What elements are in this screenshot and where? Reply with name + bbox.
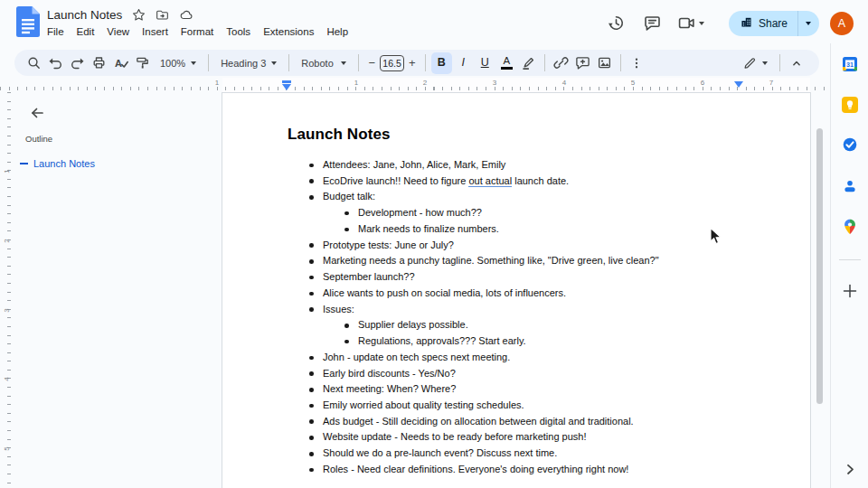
share-options-caret[interactable]	[798, 11, 819, 36]
toolbar-divider	[425, 54, 426, 71]
share-lock-icon	[741, 15, 752, 32]
menu-tools[interactable]: Tools	[220, 24, 257, 39]
insert-image-icon[interactable]	[594, 52, 615, 74]
menu-edit[interactable]: Edit	[71, 24, 101, 39]
side-panel: 31	[830, 43, 868, 488]
paragraph-style-value: Heading 3	[221, 58, 266, 69]
comments-icon[interactable]	[644, 14, 661, 32]
ruler-number: 1	[354, 79, 358, 87]
menu-extensions[interactable]: Extensions	[257, 24, 320, 39]
google-calendar-icon[interactable]: 31	[842, 56, 858, 72]
document-title[interactable]: Launch Notes	[47, 8, 122, 22]
menu-insert[interactable]: Insert	[136, 24, 175, 39]
bold-button[interactable]: B	[431, 52, 452, 74]
paragraph-style-select[interactable]: Heading 3	[214, 52, 283, 74]
star-icon[interactable]	[132, 8, 146, 22]
menu-view[interactable]: View	[100, 24, 136, 39]
svg-text:A: A	[115, 58, 122, 69]
cloud-saved-icon[interactable]	[179, 8, 193, 22]
get-add-ons-plus-icon[interactable]	[842, 283, 858, 299]
google-docs-logo-icon[interactable]	[16, 6, 40, 41]
vertical-scrollbar-thumb[interactable]	[816, 128, 823, 404]
share-button[interactable]: Share	[729, 11, 819, 36]
font-family-select[interactable]: Roboto	[295, 52, 353, 74]
document-page[interactable]: Launch Notes Attendees: Jane, John, Alic…	[222, 92, 811, 488]
meet-options-caret-icon[interactable]	[699, 22, 704, 25]
bullet-item[interactable]: Should we do a pre-launch event? Discuss…	[222, 446, 810, 462]
ruler-number: 2	[423, 79, 427, 87]
text-color-label: A	[503, 56, 510, 67]
google-tasks-icon[interactable]	[842, 136, 858, 153]
back-arrow-icon	[29, 105, 45, 121]
menu-file[interactable]: File	[41, 24, 71, 39]
insert-link-icon[interactable]	[551, 52, 571, 74]
bullet-item[interactable]: Prototype tests: June or July?	[222, 238, 810, 254]
google-keep-icon[interactable]	[842, 97, 858, 113]
zoom-value: 100%	[160, 58, 185, 69]
bullet-item[interactable]: Attendees: Jane, John, Alice, Mark, Emil…	[222, 157, 810, 174]
bullet-item[interactable]: Next meeting: When? Where?	[222, 381, 810, 398]
print-icon[interactable]	[89, 52, 109, 74]
more-toolbar-options-icon[interactable]	[627, 52, 647, 74]
bullet-item[interactable]: September launch??	[222, 269, 810, 286]
bullet-item[interactable]: Emily worried about quality testing sche…	[222, 398, 810, 414]
collapse-toolbar-icon[interactable]	[786, 52, 807, 74]
bullet-item[interactable]: Roles - Need clear definitions. Everyone…	[222, 462, 810, 478]
left-indent-marker[interactable]	[282, 80, 291, 90]
editing-mode-select[interactable]	[736, 52, 774, 74]
font-size-input[interactable]: 16.5	[380, 55, 403, 71]
outline-item[interactable]: Launch Notes	[20, 158, 95, 169]
bullet-item[interactable]: John - update on tech specs next meeting…	[222, 350, 810, 366]
increase-font-size-button[interactable]: +	[405, 56, 420, 70]
meet-video-icon[interactable]	[678, 15, 704, 31]
bullet-item[interactable]: Early bird discounts - Yes/No?	[222, 366, 810, 382]
move-folder-icon[interactable]	[156, 8, 169, 22]
zoom-select[interactable]: 100%	[154, 52, 203, 74]
bullet-list: Attendees: Jane, John, Alice, Mark, Emil…	[222, 157, 810, 478]
text-color-button[interactable]: A	[496, 52, 517, 74]
bullet-item[interactable]: Development - how much??	[222, 205, 810, 221]
highlight-color-icon[interactable]	[518, 52, 539, 74]
toolbar-divider	[544, 54, 545, 71]
google-maps-icon[interactable]	[842, 219, 858, 235]
menu-format[interactable]: Format	[175, 24, 220, 39]
bullet-item[interactable]: Mark needs to finalize numbers.	[222, 221, 810, 238]
underline-label: U	[481, 57, 489, 69]
outline-active-dash	[20, 163, 28, 164]
editing-mode-pencil-icon	[742, 56, 757, 70]
redo-icon[interactable]	[67, 52, 88, 74]
bullet-item[interactable]: Budget talk:	[222, 189, 810, 205]
bullet-item[interactable]: Alice wants to push on social media, lot…	[222, 286, 810, 302]
bullet-item[interactable]: EcoDrive launch!! Need to figure out act…	[222, 174, 810, 190]
menu-help[interactable]: Help	[320, 24, 354, 39]
ruler-number: 4	[562, 79, 566, 87]
account-avatar[interactable]: A	[830, 12, 854, 35]
ruler-ticks	[0, 87, 828, 90]
share-button-main[interactable]: Share	[729, 11, 798, 36]
italic-label: I	[461, 57, 464, 69]
paint-format-icon[interactable]	[132, 52, 153, 74]
show-side-panel-chevron-icon[interactable]	[842, 461, 858, 477]
undo-icon[interactable]	[45, 52, 66, 74]
bullet-item[interactable]: Issues:	[222, 302, 810, 318]
decrease-font-size-button[interactable]: −	[364, 56, 379, 70]
spellcheck-icon[interactable]: A	[110, 52, 131, 74]
bullet-item[interactable]: Ads budget - Still deciding on allocatio…	[222, 414, 810, 430]
outline-panel-title: Outline	[25, 134, 52, 144]
grammar-suggestion-text[interactable]: out actual	[468, 175, 512, 187]
underline-button[interactable]: U	[475, 52, 495, 74]
share-button-label: Share	[759, 17, 788, 30]
bullet-item[interactable]: Website update - Needs to be ready befor…	[222, 429, 810, 446]
bullet-item[interactable]: Supplier delays possible.	[222, 317, 810, 333]
document-heading[interactable]: Launch Notes	[288, 126, 810, 144]
bullet-item[interactable]: Marketing needs a punchy tagline. Someth…	[222, 253, 810, 269]
close-outline-button[interactable]	[29, 105, 45, 125]
search-menus-icon[interactable]	[24, 52, 44, 74]
add-comment-icon[interactable]	[572, 52, 593, 74]
google-contacts-icon[interactable]	[842, 178, 858, 194]
right-indent-marker[interactable]	[734, 81, 743, 88]
side-panel-divider	[839, 259, 861, 260]
version-history-icon[interactable]	[608, 14, 625, 32]
italic-button[interactable]: I	[453, 52, 474, 74]
bullet-item[interactable]: Regulations, approvals??? Start early.	[222, 333, 810, 350]
